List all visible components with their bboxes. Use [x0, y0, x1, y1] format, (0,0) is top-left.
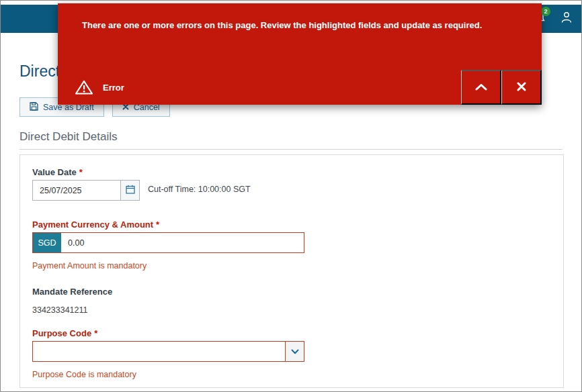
chevron-up-icon [475, 83, 487, 93]
error-message: There are one or more errors on this pag… [58, 3, 542, 70]
purpose-code-label: Purpose Code* [32, 328, 97, 338]
required-marker: * [94, 328, 97, 338]
error-overlay-header: Error [58, 70, 542, 105]
cutoff-time-note: Cut-off Time: 10:00:00 SGT [148, 185, 251, 194]
payment-amount-error: Payment Amount is mandatory [32, 261, 147, 271]
required-marker: * [156, 219, 159, 230]
payment-amount-label: Payment Currency & Amount* [32, 219, 159, 230]
mandate-reference-label: Mandate Reference [32, 287, 112, 297]
warning-triangle-icon [75, 79, 93, 95]
notification-badge: 2 [541, 7, 550, 16]
calendar-button[interactable] [120, 181, 139, 200]
purpose-code-select[interactable] [32, 341, 304, 362]
chevron-down-icon [291, 346, 299, 356]
app-window: 2 Direct Debit Save [0, 0, 582, 392]
section-divider [19, 149, 563, 150]
user-icon [561, 11, 572, 26]
close-error-button[interactable] [501, 70, 542, 105]
value-date-field [32, 180, 140, 201]
profile-button[interactable] [558, 10, 575, 28]
error-overlay-actions [461, 70, 542, 105]
mandate-reference-value: 334233341211 [32, 305, 88, 315]
error-overlay-title: Error [103, 83, 124, 93]
section-title: Direct Debit Details [19, 130, 118, 144]
currency-tag[interactable]: SGD [33, 233, 61, 252]
collapse-error-button[interactable] [461, 70, 501, 105]
purpose-code-error: Purpose Code is mandatory [32, 370, 136, 379]
value-date-label: Value Date* [32, 167, 83, 177]
close-icon [517, 82, 526, 93]
error-overlay: There are one or more errors on this pag… [58, 3, 542, 105]
direct-debit-details-panel: Value Date* Cut-off Time: 10:00:00 SGT P… [19, 154, 564, 388]
payment-amount-field: SGD [32, 232, 304, 253]
payment-amount-input[interactable] [61, 233, 304, 252]
required-marker: * [79, 167, 83, 177]
save-disk-icon [30, 102, 38, 113]
calendar-icon [126, 185, 135, 196]
purpose-code-dropdown-button[interactable] [285, 342, 304, 361]
